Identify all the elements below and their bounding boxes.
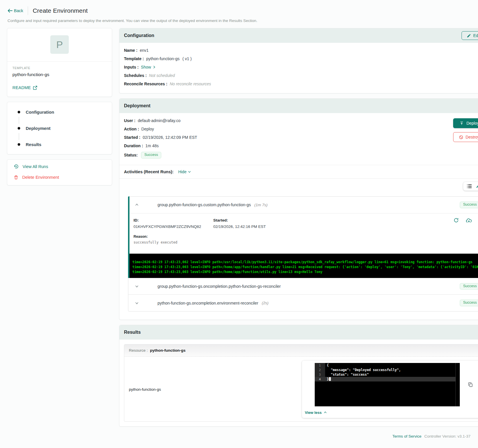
hide-activities-link[interactable]: Hide xyxy=(178,169,192,174)
log-line: time=2026-02-19 17:43:23,003 level=INFO … xyxy=(132,270,478,274)
activity-row-header[interactable]: group.python-function-gs.custom.python-f… xyxy=(128,197,478,213)
list-view-icon[interactable] xyxy=(466,184,472,189)
activity-name: group.python-function-gs.custom.python-f… xyxy=(158,202,251,207)
rerun-icon[interactable] xyxy=(453,217,459,223)
field-label: Template : xyxy=(124,56,144,61)
step-label: Results xyxy=(26,142,41,147)
header-divider xyxy=(28,6,28,15)
config-field-inputs: Inputs : Show xyxy=(124,65,478,69)
view-all-runs-link[interactable]: View All Runs xyxy=(14,164,107,169)
stepper-item-configuration[interactable]: Configuration xyxy=(18,110,107,115)
back-button[interactable]: Back xyxy=(8,8,23,13)
activity-status-badge: Success xyxy=(460,300,478,306)
deploy-field-user: User : default-admin@rafay.co xyxy=(124,118,478,123)
id-value: 01KHVFXCYPGWXBMF2ZCZ9VNQ82 xyxy=(134,224,201,229)
upload-icon xyxy=(460,121,464,126)
external-link-icon xyxy=(33,86,37,90)
output-code-panel: 1 { 2 "message": "Deployed successfully"… xyxy=(302,361,478,418)
chevron-up-icon xyxy=(323,411,327,414)
editor-scrollbar[interactable] xyxy=(455,363,460,406)
template-name: python-function-gs xyxy=(12,72,107,77)
template-card: P TEMPLATE python-function-gs README xyxy=(7,28,112,97)
delete-environment-link[interactable]: Delete Environment xyxy=(14,175,107,180)
inputs-show-link[interactable]: Show xyxy=(141,65,156,69)
activity-row-header[interactable]: python-function-gs.oncompletion.environm… xyxy=(128,295,478,311)
field-value: 02/19/2026, 12:42:09 PM EST xyxy=(143,135,197,140)
line-number: 4 xyxy=(315,377,325,381)
code-text: } xyxy=(325,377,460,381)
activity-duration: (1m 7s) xyxy=(254,203,268,207)
page-subtitle: Configure and input required parameters … xyxy=(8,19,470,23)
template-version: ( v1 ) xyxy=(182,56,192,61)
stepper-item-deployment[interactable]: Deployment xyxy=(18,126,107,131)
deployment-title: Deployment xyxy=(124,103,151,108)
field-value: No reconcile resources xyxy=(170,82,211,86)
code-text: "status": "success" xyxy=(325,372,460,377)
activities-bar: Activities (Recent Runs): Hide xyxy=(119,165,478,178)
chevron-down-icon xyxy=(135,284,139,288)
chevron-down-icon xyxy=(188,170,191,174)
controller-version: Controller Version: v3.1-37 xyxy=(424,434,470,438)
deploy-button[interactable]: Deploy xyxy=(453,118,478,128)
activity-reason: Reason: successfully executed xyxy=(134,235,478,244)
copy-icon xyxy=(468,382,473,387)
step-label: Configuration xyxy=(26,110,54,115)
graph-view-icon[interactable] xyxy=(476,184,478,189)
field-label: Name : xyxy=(124,48,138,53)
field-label: Status: xyxy=(124,153,138,157)
step-dot xyxy=(18,143,20,146)
readme-label: README xyxy=(12,85,31,90)
id-label: ID: xyxy=(134,218,201,222)
destroy-button[interactable]: Destroy xyxy=(453,132,478,142)
field-label: Started : xyxy=(124,135,140,140)
activity-row-expanded: group.python-function-gs.custom.python-f… xyxy=(128,197,478,278)
field-value: env1 xyxy=(140,48,149,53)
code-line: 1 { xyxy=(315,363,460,368)
readme-link[interactable]: README xyxy=(12,85,37,90)
activity-detail: ID: 01KHVFXCYPGWXBMF2ZCZ9VNQ82 Started: … xyxy=(128,213,478,244)
code-text: "message": "Deployed successfully", xyxy=(325,368,460,372)
field-value: Deploy xyxy=(141,127,154,131)
activities-label: Activities (Recent Runs): xyxy=(124,169,174,174)
started-label: Started: xyxy=(213,218,266,222)
stepper-card: Configuration Deployment Results xyxy=(7,102,112,154)
view-all-runs-label: View All Runs xyxy=(23,164,48,169)
field-label: Schedules : xyxy=(124,73,147,78)
activity-name: python-function-gs.oncompletion.environm… xyxy=(158,301,258,305)
deployment-card: Deployment User : default-admin@rafay.co… xyxy=(119,98,478,320)
edit-button[interactable]: Edit xyxy=(462,31,478,40)
activity-duration: (2s) xyxy=(262,301,268,305)
code-editor[interactable]: 1 { 2 "message": "Deployed successfully"… xyxy=(315,363,460,406)
log-console[interactable]: time=2026-02-19 17:43:23,002 level=INFO … xyxy=(128,254,478,278)
activity-name: group.python-function-gs.oncompletion.py… xyxy=(158,284,281,289)
back-arrow-icon xyxy=(8,9,12,13)
line-number: 2 xyxy=(315,368,325,372)
config-field-schedules: Schedules : Not scheduled xyxy=(124,73,478,78)
field-label: User : xyxy=(124,118,136,123)
step-connector xyxy=(19,133,19,140)
view-toggle xyxy=(463,182,478,191)
deployment-header: Deployment xyxy=(119,99,478,113)
configuration-title: Configuration xyxy=(124,33,154,38)
started-value: 02/19/2026, 12:42:16 PM EST xyxy=(213,224,266,229)
activity-row-header[interactable]: group.python-function-gs.oncompletion.py… xyxy=(128,278,478,295)
activity-status-badge: Success xyxy=(460,283,478,290)
results-header: Results xyxy=(119,325,478,340)
code-text: { xyxy=(325,363,460,368)
download-logs-icon[interactable] xyxy=(466,217,472,223)
resource-name: python-function-gs xyxy=(150,348,186,353)
view-less-link[interactable]: View less xyxy=(305,410,327,415)
terms-of-service-link[interactable]: Terms of Service xyxy=(392,434,422,438)
copy-output-button[interactable] xyxy=(463,363,478,406)
sidebar-actions-card: View All Runs Delete Environment xyxy=(7,159,112,185)
deploy-field-duration: Duration : 1m 48s xyxy=(124,143,478,148)
code-line: 2 "message": "Deployed successfully", xyxy=(315,368,460,372)
stepper-item-results[interactable]: Results xyxy=(18,142,107,147)
resource-label: Resource : xyxy=(129,348,148,353)
activity-started: Started: 02/19/2026, 12:42:16 PM EST xyxy=(213,218,266,229)
step-dot xyxy=(18,111,20,113)
history-icon xyxy=(14,164,19,169)
field-label: Inputs : xyxy=(124,65,139,69)
reason-value: successfully executed xyxy=(134,240,478,244)
results-card: Results Resource : python-function-gs py… xyxy=(119,325,478,427)
